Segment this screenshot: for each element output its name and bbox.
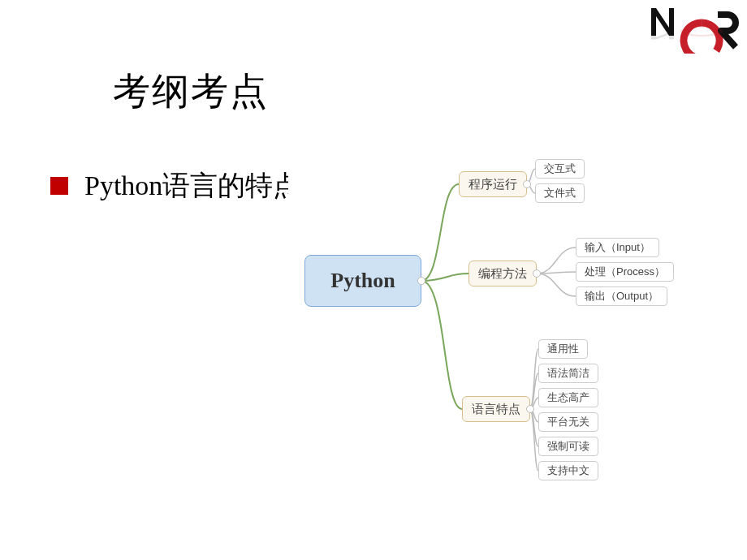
feature-bullet: Python语言的特点 (50, 167, 300, 205)
mindmap-leaf: 处理（Process） (576, 262, 674, 282)
mindmap-leaf: 交互式 (535, 159, 585, 179)
mindmap-leaf: 支持中文 (538, 461, 598, 480)
mindmap-leaf: 输入（Input） (576, 238, 659, 257)
mindmap-leaf: 通用性 (538, 339, 588, 359)
expand-icon (417, 277, 425, 285)
mindmap-leaf: 文件式 (535, 183, 585, 203)
mindmap-leaf: 平台无关 (538, 412, 598, 432)
mindmap-leaf: 语法简洁 (538, 364, 598, 383)
branch-label: 程序运行 (468, 177, 517, 192)
expand-icon (526, 405, 534, 413)
branch-label: 语言特点 (472, 402, 520, 417)
mindmap-branch-feature: 语言特点 (462, 396, 530, 422)
mindmap-root: Python (304, 255, 421, 307)
page-title: 考纲考点 (113, 67, 269, 117)
expand-icon (533, 269, 541, 278)
bullet-text: Python语言的特点 (84, 167, 300, 205)
bullet-icon (50, 177, 68, 195)
mindmap: Python 程序运行 编程方法 语言特点 交互式 文件式 输入（Input） … (288, 151, 747, 500)
decorative-dot (114, 18, 120, 24)
mindmap-branch-run: 程序运行 (459, 171, 527, 197)
mindmap-leaf: 生态高产 (538, 388, 598, 407)
mindmap-leaf: 强制可读 (538, 437, 598, 456)
mindmap-branch-method: 编程方法 (468, 261, 537, 286)
expand-icon (523, 180, 531, 188)
branch-label: 编程方法 (478, 266, 527, 282)
logo-ncr (648, 3, 742, 57)
mindmap-root-label: Python (330, 269, 395, 293)
mindmap-leaf: 输出（Output） (576, 286, 667, 306)
mindmap-connectors (288, 151, 747, 500)
